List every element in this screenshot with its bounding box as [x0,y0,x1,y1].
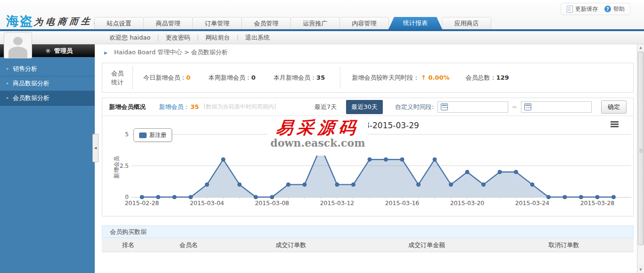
calendar-icon[interactable] [524,103,531,110]
chart-menu-icon[interactable] [611,121,619,128]
avatar[interactable] [4,32,32,58]
svg-text:5: 5 [125,131,129,138]
admin-role-label: 管理员 [54,47,73,55]
column-header-成交订单金额: 成交订单金额 [359,241,494,249]
avatar-head [13,37,23,45]
bullet-icon: ▸ [7,62,8,76]
chart-controls: 新增会员概况 新增会员： 35 [数据为当前选中时间周期内] 最近7天 最近30… [102,98,633,116]
help-label: 帮助 [613,5,625,13]
area-chart: 02.552015-02-282015-03-042015-03-082015-… [102,116,634,216]
help-icon: ? [604,6,611,12]
stat-compare-label: 新增会员较昨天同时段： [352,74,419,81]
last-30-days-button[interactable]: 最近30天 [346,100,383,114]
svg-text:2015-03-08: 2015-03-08 [255,199,289,207]
help-button[interactable]: ? 帮助 [604,5,625,13]
column-header-取消订单数: 取消订单数 [494,241,634,249]
breadcrumb-arrow-icon: ▶ [104,50,107,55]
stat-total-value: 129 [496,74,509,81]
update-cache-label: 更新缓存 [575,5,598,13]
date-to-input[interactable] [521,101,592,113]
gear-icon: ✳ [45,47,51,55]
purchase-table-header: 排名会员名成交订单数成交订单金额取消订单数 [102,238,634,252]
svg-text:2015-03-04: 2015-03-04 [190,199,224,207]
stats-title: 会员 统计 [102,66,133,89]
legend-label: 新注册 [149,131,166,139]
breadcrumb-text: Haidao Board 管理中心 > 会员数据分析 [114,49,228,56]
purchase-data-header: 会员购买数据 [102,225,634,238]
sidebar-item-会员数据分析[interactable]: ▸会员数据分析 [0,91,95,106]
top-header: 海盗 为电商而生! 更新缓存 ? 帮助 站点设置商品管理订单管理会员管理运营推广… [0,0,644,29]
bullet-icon: ▸ [7,91,8,105]
new-members-chart-panel: 新增会员概况 新增会员： 35 [数据为当前选中时间周期内] 最近7天 最近30… [102,98,634,216]
svg-text:2015-03-24: 2015-03-24 [515,199,550,207]
legend-swatch [139,132,147,138]
stats-title-line1: 会员 [111,69,124,78]
member-stats-panel: 会员 统计 今日新增会员：0 本周新增会员：0 本月新增会员：35 新增会员较昨… [102,63,634,93]
main-content: ▶ Haidao Board 管理中心 > 会员数据分析 会员 统计 今日新增会… [95,44,637,273]
stat-week-label: 本周新增会员： [208,74,251,81]
stat-month-value: 35 [316,74,325,81]
scrollbar-thumb[interactable] [638,52,644,245]
top-right-toolbar: 更新缓存 ? 帮助 [561,3,631,15]
scroll-up-button[interactable]: ▲ [637,44,644,51]
custom-range-label: 自定义时间段: [395,103,434,111]
watermark-url: down.easck.com [271,137,365,149]
nav-tab-站点设置[interactable]: 站点设置 [94,17,144,29]
sidebar-item-销售分析[interactable]: ▸销售分析 [0,62,95,76]
nav-tab-统计报表[interactable]: 统计报表 [388,17,442,29]
date-from-input[interactable] [438,101,508,113]
sidebar: ✳ 管理员 ▸销售分析▸商品数据分析▸会员数据分析 [0,44,95,273]
vertical-scrollbar[interactable]: ▲ ▼ [637,44,644,273]
svg-text:2015-03-12: 2015-03-12 [320,199,355,207]
sidebar-menu: ▸销售分析▸商品数据分析▸会员数据分析 [0,62,95,106]
stat-month-label: 本月新增会员： [273,74,316,81]
nav-tab-商品管理[interactable]: 商品管理 [143,17,193,29]
stat-compare-value: 0.00% [428,74,449,81]
calendar-icon[interactable] [441,103,448,110]
svg-text:2015-03-28: 2015-03-28 [580,199,615,207]
nav-tab-应用商店[interactable]: 应用商店 [442,17,491,29]
nav-tab-会员管理[interactable]: 会员管理 [241,17,291,29]
userbar-item: 欢迎您 haidao [103,33,157,42]
stats-divider [340,67,340,88]
confirm-button[interactable]: 确定 [601,100,627,114]
stat-total: 会员总数：129 [465,74,509,82]
logo-slogan: 为电商而生! [33,15,100,28]
last-7-days-button[interactable]: 最近7天 [314,103,337,111]
avatar-body [8,47,27,58]
bullet-icon: ▸ [7,76,8,91]
sidebar-item-商品数据分析[interactable]: ▸商品数据分析 [0,76,95,91]
breadcrumb: ▶ Haidao Board 管理中心 > 会员数据分析 [95,44,637,60]
up-arrow-icon: ↑ [421,74,426,81]
nav-tab-内容管理[interactable]: 内容管理 [339,17,389,29]
scroll-down-button[interactable]: ▼ [637,266,644,273]
chart-section-title: 新增会员概况 [109,103,146,111]
column-header-排名: 排名 [102,241,155,249]
range-tilde: ~ [512,103,517,110]
svg-text:2015-03-20: 2015-03-20 [450,199,485,207]
userbar-item[interactable]: 退出系统 [239,33,276,42]
main-nav-tabs: 站点设置商品管理订单管理会员管理运营推广内容管理统计报表应用商店 [94,17,491,29]
sidebar-collapse-handle[interactable]: ◀ [92,134,99,162]
stat-today: 今日新增会员：0 [143,74,190,82]
userbar-item[interactable]: 网站前台 [199,33,237,42]
watermark-text: 易采源码 [275,117,361,138]
stats-title-line2: 统计 [111,78,124,87]
chart-hint: [数据为当前选中时间周期内] [204,103,276,111]
page-icon [567,6,573,13]
svg-text:2.5: 2.5 [120,163,129,169]
update-cache-button[interactable]: 更新缓存 [567,5,598,13]
stat-week-value: 0 [251,74,256,81]
watermark: 易采源码 down.easck.com [267,117,368,156]
user-bar: 欢迎您 haidao|更改密码|网站前台|退出系统 [0,31,644,44]
new-members-value: 35 [190,103,199,110]
stat-month: 本月新增会员：35 [273,74,325,82]
nav-tab-订单管理[interactable]: 订单管理 [192,17,242,29]
new-members-label: 新增会员： [159,103,190,111]
userbar-item[interactable]: 更改密码 [159,33,197,42]
chart-legend[interactable]: 新注册 [133,128,172,142]
chart-area: 02.552015-02-282015-03-042015-03-082015-… [102,116,634,216]
nav-tab-运营推广[interactable]: 运营推广 [290,17,340,29]
logo: 海盗 [6,13,33,30]
column-header-成交订单数: 成交订单数 [223,241,359,249]
